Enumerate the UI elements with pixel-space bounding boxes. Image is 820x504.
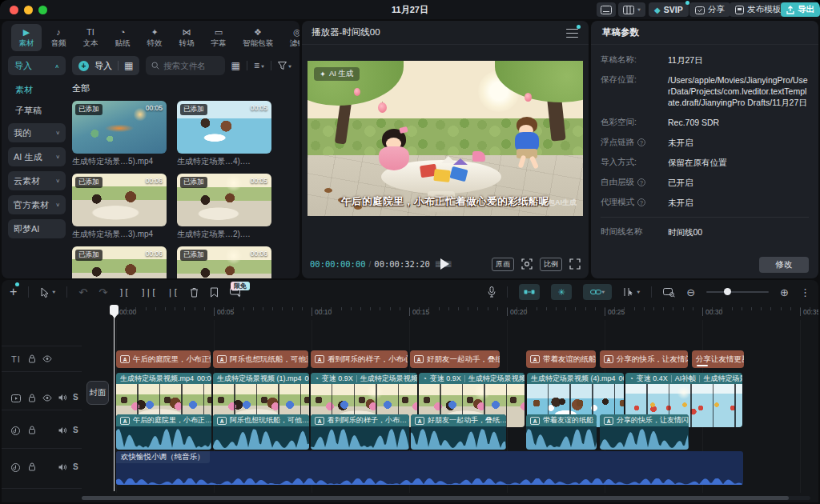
voiceover-clip[interactable]: A阿乐也想玩纸船，可他… ( [213,414,309,450]
tab-transition[interactable]: ⋈转场 [171,24,202,51]
modify-button[interactable]: 修改 [759,257,809,273]
lock-icon[interactable] [28,394,36,402]
tab-captions[interactable]: ▭字幕 [203,24,234,51]
sidebar-item-AI 生成[interactable]: AI 生成∨ [8,147,66,166]
music-clip[interactable]: 欢快愉悦小调（纯音乐） [116,451,743,485]
text-clip[interactable]: A看到阿乐的样子，小布心里 [311,350,408,368]
eye-icon[interactable] [42,394,52,402]
voiceover-clip[interactable]: A看到阿乐的样子，小布… ( [311,414,409,450]
tab-text[interactable]: TI文本 [75,24,106,51]
tab-smart-pack[interactable]: ❖智能包装 [235,24,280,51]
import-grid-icon[interactable]: ▦ [124,60,133,71]
tab-media[interactable]: ▶素材 [11,24,42,51]
import-button[interactable]: + 导入 ▦ [72,56,139,75]
tab-effects[interactable]: ✦特效 [139,24,170,51]
solo-icon[interactable]: S [73,426,78,434]
delete-right-button[interactable]: |[ [167,287,178,298]
sort-order-button[interactable]: ≡▾ [254,60,264,71]
layout-switch-button[interactable]: ▾ [618,2,645,17]
search-box[interactable] [146,56,224,75]
sidebar-item-素材[interactable]: 素材 [8,82,66,98]
media-item[interactable]: 已添加00:05生成特定场景…2).… [177,174,271,240]
delete-left-button[interactable]: ]|[ [140,287,156,298]
focus-preview-icon[interactable] [521,258,533,270]
sidebar-item-云素材[interactable]: 云素材∨ [8,171,66,190]
text-clip[interactable]: 分享让友情更甜 [692,350,744,368]
delete-button[interactable] [190,287,199,298]
lock-icon[interactable] [28,354,36,363]
edit-mode-button[interactable]: ▾ [623,287,640,297]
text-clip[interactable]: A阿乐也想玩纸船，可他没有彩 [213,350,308,368]
playhead-line[interactable] [114,306,115,491]
record-voiceover-button[interactable] [488,286,496,298]
add-track-button[interactable]: + [10,285,17,299]
thumbnail-view-icon[interactable]: ▦ [231,60,240,71]
svip-button[interactable]: ◆ SVIP [649,2,689,17]
mark-button[interactable] [210,287,219,298]
scrollbar-handle[interactable] [82,496,789,500]
sidebar-item-子草稿[interactable]: 子草稿 [8,102,66,118]
select-tool-button[interactable]: ▾ [40,287,55,298]
mute-icon[interactable] [58,394,67,402]
aspect-ratio-button[interactable]: 比例 [540,258,562,271]
player-menu-button[interactable] [566,28,579,38]
video-preview[interactable]: ✦ AI 生成 午后的庭院里，小布正忙着做心爱的彩纸船呢 豆包AI生成 [308,61,583,216]
text-clip[interactable]: A带着友谊的纸船，要 [526,350,596,368]
timeline-preview-button[interactable] [663,287,675,297]
voiceover-clip[interactable]: A分享的快乐，让友情闪… [600,414,689,450]
tab-audio[interactable]: ♪音频 [43,24,74,51]
media-item[interactable]: 已添加00:06生成特定场景…3).mp4 [72,174,167,240]
sidebar-import-group[interactable]: 导入∧ [8,56,66,75]
media-thumbnail[interactable]: 已添加00:06 [72,246,167,278]
tab-filters[interactable]: ◎滤镜 [282,24,299,51]
publish-template-button[interactable]: 发布模板 [730,2,786,17]
auto-snap-toggle[interactable] [519,284,540,300]
play-button[interactable] [440,258,449,270]
solo-icon[interactable]: S [73,393,78,402]
media-thumbnail[interactable]: 已添加00:05 [72,101,167,154]
playhead-handle[interactable] [110,305,119,315]
voiceover-clip[interactable]: A带着友谊的纸船，要… [526,414,597,450]
media-item[interactable]: 已添加00:05生成特定场景…5).mp4 [72,101,167,167]
voiceover-clip[interactable]: A午后的庭院里，小布正… ( [116,414,211,450]
text-clip[interactable]: A好朋友一起动手，叠纸船变得 [410,350,500,368]
original-quality-button[interactable]: 原画 [492,258,514,271]
text-clip[interactable]: A分享的快乐，让友情闪闪发 [600,350,688,368]
media-item[interactable]: 已添加00:05生成特定场景…4).… [177,101,271,167]
voiceover-clip[interactable]: A好朋友一起动手，叠纸… [411,414,506,450]
timeline-more-button[interactable]: ⋮ [800,286,810,298]
solo-icon[interactable]: S [73,462,78,471]
media-item[interactable]: 已添加00:06 [72,246,167,278]
lock-icon[interactable] [28,426,36,434]
eye-icon[interactable] [42,355,52,362]
captions-view-button[interactable] [597,2,616,17]
tab-sticker[interactable]: ◔贴纸 [107,24,138,51]
redo-button[interactable]: ↷ [98,286,107,298]
zoom-in-button[interactable]: ⊕ [780,286,789,298]
split-button[interactable]: ][ [119,287,129,298]
mute-icon[interactable] [58,463,67,471]
lock-icon[interactable] [28,462,36,471]
media-item[interactable]: 已添加00:06 [177,246,271,278]
cover-button[interactable]: 封面 [86,381,109,405]
timeline-ruler[interactable]: 00:0000:0500:1000:1500:2000:2500:3000:35 [82,304,818,320]
timeline-zoom-slider[interactable] [706,291,769,293]
media-thumbnail[interactable]: 已添加00:05 [177,174,271,226]
search-input[interactable] [163,61,219,70]
media-thumbnail[interactable]: 已添加00:06 [72,174,167,226]
undo-button[interactable]: ↶ [78,286,87,298]
mute-icon[interactable] [58,426,67,434]
share-button[interactable]: 分享 [689,2,730,17]
sidebar-item-即梦AI[interactable]: 即梦AI [8,219,66,238]
horizontal-scrollbar[interactable] [82,496,810,500]
filter-button[interactable]: ▾ [278,62,291,70]
zoom-slider-handle[interactable] [724,288,731,295]
linkage-toggle[interactable]: ▾ [583,284,612,300]
text-clip[interactable]: A午后的庭院里，小布正忙着做 [116,350,211,368]
zoom-out-button[interactable]: ⊖ [686,286,695,298]
sidebar-item-我的[interactable]: 我的∨ [8,123,66,142]
fullscreen-icon[interactable] [569,258,581,270]
sidebar-item-官方素材[interactable]: 官方素材∨ [8,195,66,214]
media-thumbnail[interactable]: 已添加00:05 [177,101,271,154]
media-thumbnail[interactable]: 已添加00:06 [177,246,271,278]
